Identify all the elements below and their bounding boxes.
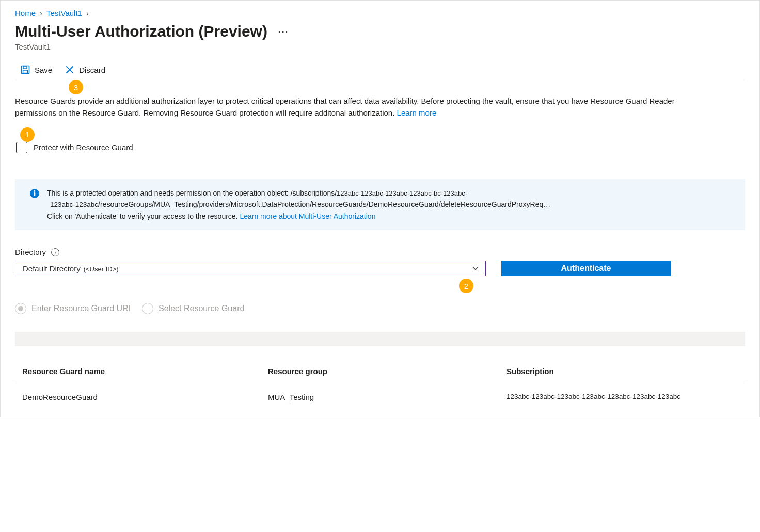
info-banner-text: This is a protected operation and needs …	[47, 187, 550, 222]
svg-rect-2	[23, 70, 28, 73]
radio-enter-uri-label: Enter Resource Guard URI	[31, 304, 131, 313]
radio-select-guard-label: Select Resource Guard	[159, 304, 244, 313]
th-rg: Resource group	[268, 367, 506, 376]
learn-more-link[interactable]: Learn more	[397, 108, 437, 117]
chevron-right-icon: ›	[86, 9, 89, 18]
save-icon	[20, 65, 30, 75]
breadcrumb-home[interactable]: Home	[15, 9, 36, 18]
breadcrumb: Home › TestVault1 ›	[15, 9, 745, 18]
td-rg: MUA_Testing	[268, 393, 506, 401]
divider-bar	[15, 332, 745, 346]
chevron-right-icon: ›	[40, 9, 42, 18]
info-icon	[29, 188, 40, 199]
th-name: Resource Guard name	[22, 367, 268, 376]
step-badge-1: 1	[20, 127, 35, 142]
discard-button[interactable]: Discard	[65, 65, 105, 75]
step-badge-3: 3	[69, 80, 83, 94]
directory-label: Directory	[15, 248, 46, 256]
save-button[interactable]: Save	[20, 65, 52, 75]
th-sub: Subscription	[506, 367, 745, 376]
authenticate-button[interactable]: Authenticate	[501, 261, 671, 276]
svg-rect-5	[34, 192, 36, 196]
td-name: DemoResourceGuard	[22, 393, 268, 401]
info-banner: This is a protected operation and needs …	[15, 179, 745, 231]
table-row[interactable]: DemoResourceGuard MUA_Testing 123abc-123…	[15, 393, 745, 401]
more-actions-button[interactable]: ⋯	[278, 25, 289, 38]
description-text: Resource Guards provide an additional au…	[15, 95, 686, 119]
step-badge-2: 2	[459, 279, 473, 293]
svg-rect-0	[22, 66, 29, 74]
radio-select-guard[interactable]	[142, 303, 153, 314]
close-icon	[65, 65, 75, 75]
chevron-down-icon	[472, 265, 479, 272]
info-tooltip-icon[interactable]: i	[51, 248, 59, 256]
toolbar: Save Discard 3	[15, 61, 745, 80]
learn-more-mua-link[interactable]: Learn more about Multi-User Authorizatio…	[240, 212, 375, 220]
resource-guard-table: Resource Guard name Resource group Subsc…	[15, 367, 745, 401]
directory-select[interactable]: Default Directory (<User ID>)	[15, 261, 486, 276]
page-title: Multi-User Authorization (Preview) ⋯	[15, 23, 745, 40]
svg-point-4	[34, 190, 36, 192]
page-subtitle: TestVault1	[15, 42, 745, 51]
td-sub: 123abc-123abc-123abc-123abc-123abc-123ab…	[506, 393, 745, 401]
radio-enter-uri[interactable]	[15, 303, 26, 314]
svg-rect-1	[23, 66, 27, 69]
protect-checkbox[interactable]	[16, 142, 27, 153]
protect-checkbox-label: Protect with Resource Guard	[34, 143, 133, 152]
breadcrumb-vault[interactable]: TestVault1	[46, 9, 82, 18]
